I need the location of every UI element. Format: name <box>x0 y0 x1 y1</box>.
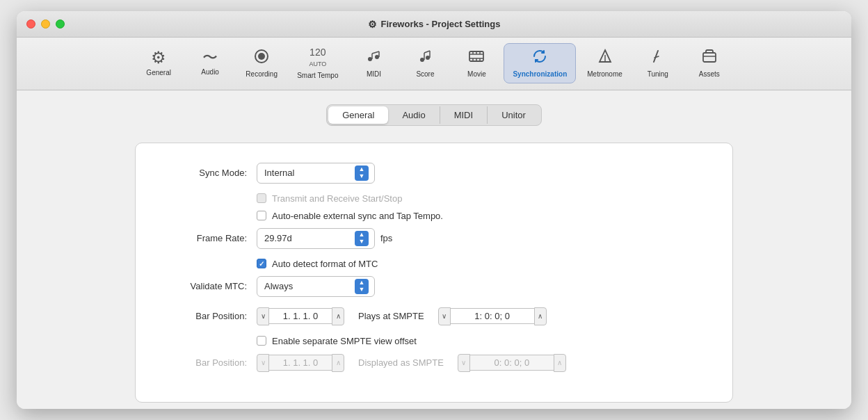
sync-mode-row: Sync Mode: Internal ▲ ▼ <box>163 163 705 184</box>
toolbar-item-midi[interactable]: MIDI <box>349 44 398 83</box>
validate-mtc-arrow: ▲ ▼ <box>355 279 369 294</box>
svg-point-1 <box>258 53 265 60</box>
bar-position2-up: ∧ <box>332 354 344 372</box>
smpte-up[interactable]: ∧ <box>534 307 547 325</box>
audio-icon: 〜 <box>202 50 218 65</box>
bar-position-row: Bar Position: ∨ 1. 1. 1. 0 ∧ Plays at SM… <box>163 307 705 326</box>
content-area: General Audio MIDI Unitor Sync Mode: Int… <box>17 90 851 409</box>
frame-rate-control: 29.97d ▲ ▼ fps <box>257 228 705 249</box>
score-icon <box>417 48 433 67</box>
sync-mode-arrow: ▲ ▼ <box>355 165 369 181</box>
gear-icon: ⚙ <box>151 49 166 66</box>
frame-rate-arrow: ▲ ▼ <box>355 231 369 246</box>
toolbar-item-smart-tempo[interactable]: 120AUTO Smart Tempo <box>289 43 346 84</box>
subtab-midi[interactable]: MIDI <box>440 106 487 124</box>
frame-rate-label: Frame Rate: <box>163 233 247 243</box>
toolbar-item-movie[interactable]: Movie <box>452 44 501 83</box>
app-window: ⚙ Fireworks - Project Settings ⚙ General… <box>17 11 851 409</box>
subtab-bar: General Audio MIDI Unitor <box>326 104 542 126</box>
enable-offset-label: Enable separate SMPTE view offset <box>272 336 417 346</box>
bar-position2-spinner: ∨ 1. 1. 1. 0 ∧ <box>257 354 344 372</box>
enable-offset-checkbox[interactable] <box>257 336 266 346</box>
svg-point-2 <box>368 57 372 61</box>
svg-rect-25 <box>703 53 716 62</box>
tuning-icon <box>650 48 666 67</box>
bar-position2-label: Bar Position: <box>163 357 247 368</box>
transmit-checkbox[interactable] <box>257 193 266 203</box>
frame-rate-row: Frame Rate: 29.97d ▲ ▼ fps <box>163 228 705 249</box>
auto-enable-row: Auto-enable external sync and Tap Tempo. <box>163 211 705 221</box>
movie-icon <box>468 48 485 67</box>
plays-at-label: Plays at SMPTE <box>358 311 424 321</box>
app-icon: ⚙ <box>368 19 377 30</box>
subtab-general[interactable]: General <box>328 106 388 124</box>
smpte2-up: ∧ <box>554 354 566 372</box>
svg-line-6 <box>372 51 379 54</box>
record-icon <box>253 48 270 67</box>
toolbar: ⚙ General 〜 Audio Recording 120AUTO Smar… <box>17 38 851 90</box>
sync-mode-select[interactable]: Internal ▲ ▼ <box>257 163 375 184</box>
validate-mtc-row: Validate MTC: Always ▲ ▼ <box>163 276 705 297</box>
transmit-label: Transmit and Receive Start/Stop <box>272 193 402 204</box>
bar-position-down[interactable]: ∨ <box>257 307 269 325</box>
toolbar-item-tuning[interactable]: Tuning <box>634 44 682 83</box>
svg-line-11 <box>424 51 430 53</box>
toolbar-item-metronome[interactable]: Metronome <box>579 44 631 83</box>
settings-panel: Sync Mode: Internal ▲ ▼ Transmit and Rec… <box>135 143 733 403</box>
auto-detect-label: Auto detect format of MTC <box>272 259 378 269</box>
subtab-audio[interactable]: Audio <box>388 106 439 124</box>
metronome-icon <box>597 48 613 67</box>
toolbar-item-general[interactable]: ⚙ General <box>134 45 183 81</box>
svg-point-7 <box>420 58 424 62</box>
traffic-lights <box>26 19 65 29</box>
bar-position2-value: 1. 1. 1. 0 <box>269 355 332 371</box>
auto-enable-checkbox[interactable] <box>257 211 266 220</box>
smpte-value: 1: 0: 0; 0 <box>451 308 534 324</box>
bar-position-control: ∨ 1. 1. 1. 0 ∧ Plays at SMPTE ∨ 1: 0: 0;… <box>257 307 705 325</box>
minimize-button[interactable] <box>41 19 50 29</box>
bar-position-value: 1. 1. 1. 0 <box>269 308 332 324</box>
frame-rate-select[interactable]: 29.97d ▲ ▼ <box>257 228 375 249</box>
toolbar-item-audio[interactable]: 〜 Audio <box>186 46 234 81</box>
smpte-spinner: ∨ 1: 0: 0; 0 ∧ <box>438 307 547 325</box>
sync-icon <box>531 48 548 67</box>
toolbar-item-assets[interactable]: Assets <box>685 44 734 83</box>
smpte2-value: 0: 0: 0; 0 <box>470 355 554 371</box>
validate-mtc-select[interactable]: Always ▲ ▼ <box>257 276 375 297</box>
svg-point-3 <box>375 55 379 59</box>
toolbar-item-synchronization[interactable]: Synchronization <box>504 43 576 83</box>
fps-label: fps <box>380 233 392 243</box>
bar-position-up[interactable]: ∧ <box>332 307 344 325</box>
displayed-as-label: Displayed as SMPTE <box>358 357 444 368</box>
assets-icon <box>701 48 718 67</box>
midi-icon <box>365 48 382 67</box>
svg-point-8 <box>426 56 430 60</box>
bar-position-label: Bar Position: <box>163 311 247 321</box>
subtab-unitor[interactable]: Unitor <box>487 106 540 124</box>
maximize-button[interactable] <box>56 19 65 29</box>
sync-mode-label: Sync Mode: <box>163 168 247 178</box>
sync-mode-control: Internal ▲ ▼ <box>257 163 705 184</box>
smart-tempo-icon: 120AUTO <box>309 47 326 69</box>
bar-position2-control: ∨ 1. 1. 1. 0 ∧ Displayed as SMPTE ∨ 0: 0… <box>257 354 705 372</box>
enable-offset-row: Enable separate SMPTE view offset <box>163 336 705 346</box>
validate-mtc-label: Validate MTC: <box>163 281 247 291</box>
toolbar-item-recording[interactable]: Recording <box>237 44 286 83</box>
bar-position2-row: Bar Position: ∨ 1. 1. 1. 0 ∧ Displayed a… <box>163 353 705 373</box>
titlebar: ⚙ Fireworks - Project Settings <box>17 11 851 38</box>
smpte2-spinner: ∨ 0: 0: 0; 0 ∧ <box>458 354 566 372</box>
toolbar-item-score[interactable]: Score <box>401 44 449 83</box>
window-title: ⚙ Fireworks - Project Settings <box>368 19 501 30</box>
close-button[interactable] <box>26 19 35 29</box>
bar-position2-down: ∨ <box>257 354 269 372</box>
smpte2-down: ∨ <box>458 354 470 372</box>
validate-mtc-control: Always ▲ ▼ <box>257 276 705 297</box>
auto-enable-label: Auto-enable external sync and Tap Tempo. <box>272 211 443 221</box>
transmit-row: Transmit and Receive Start/Stop <box>163 193 705 204</box>
auto-detect-row: Auto detect format of MTC <box>163 259 705 269</box>
auto-detect-checkbox[interactable] <box>257 259 266 268</box>
smpte-down[interactable]: ∨ <box>438 307 451 325</box>
bar-position-spinner: ∨ 1. 1. 1. 0 ∧ <box>257 307 344 325</box>
subtab-bar-container: General Audio MIDI Unitor <box>38 104 830 126</box>
